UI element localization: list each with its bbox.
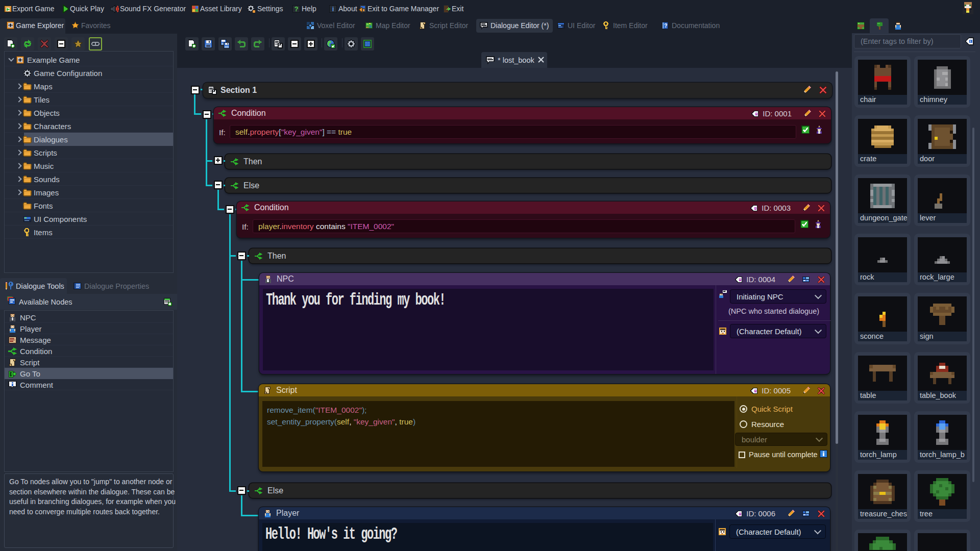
svg-text:?: ? bbox=[294, 5, 298, 13]
svg-text:?: ? bbox=[664, 23, 667, 29]
svg-text:i: i bbox=[332, 5, 334, 13]
